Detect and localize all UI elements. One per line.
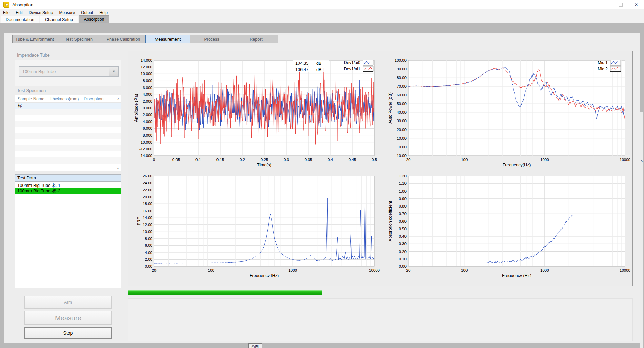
svg-text:0.80: 0.80 [399,204,407,208]
svg-text:10.00: 10.00 [143,230,152,234]
tab-documentation[interactable]: Documentation [1,16,39,23]
subtab-phase-calibration[interactable]: Phase Calibration [101,35,146,43]
svg-text:0.70: 0.70 [399,212,407,216]
svg-text:0.50: 0.50 [399,227,407,231]
scroll-up-icon[interactable]: ˄ [116,97,121,101]
svg-text:Mic 1: Mic 1 [598,60,608,65]
specimen-row[interactable]: 棉 [15,103,121,109]
svg-text:100: 100 [208,268,214,273]
svg-text:-12.000: -12.000 [139,147,152,151]
svg-text:0.25: 0.25 [261,158,268,162]
test-data-list[interactable]: 100mm Big Tube-棉-1100mm Big Tube-棉-2 [15,181,121,288]
cell-sample_name: 棉 [15,103,50,109]
svg-text:90.00: 90.00 [397,67,407,71]
svg-text:Time(s): Time(s) [257,162,271,167]
menu-file[interactable]: File [0,9,13,16]
column-header-sample-name: Sample Name [15,96,50,101]
menu-edit[interactable]: Edit [13,9,26,16]
svg-text:0.60: 0.60 [399,219,407,223]
svg-text:104.35: 104.35 [295,61,308,66]
svg-text:22.00: 22.00 [143,188,152,192]
svg-text:1.10: 1.10 [399,181,407,186]
measure-button[interactable]: Measure [24,311,112,325]
specimen-row-empty [15,157,121,164]
svg-text:100: 100 [461,268,468,273]
subtab-report[interactable]: Report [234,35,278,43]
message-area [128,298,633,341]
time-waveform-chart: 14.00012.00010.0008.0006.0004.0002.0000.… [132,56,383,168]
svg-text:-2.000: -2.000 [141,113,152,117]
test-data-item[interactable]: 100mm Big Tube-棉-1 [15,183,121,188]
subtab-process[interactable]: Process [190,35,234,43]
svg-text:Amplitude (Pa): Amplitude (Pa) [134,94,139,122]
scroll-down-icon[interactable]: ˅ [116,167,120,170]
menubar: FileEditDevice SetupMeasureOutputHelp [0,9,644,16]
svg-text:6.000: 6.000 [143,86,152,90]
window-controls: ✕ [597,0,644,9]
svg-text:0.05: 0.05 [172,158,180,162]
stop-button[interactable]: Stop [24,327,112,339]
svg-text:70.00: 70.00 [397,84,407,88]
tab-channel-setup[interactable]: Channel Setup [40,16,78,23]
svg-text:50.00: 50.00 [397,102,407,106]
minimize-button[interactable] [597,0,613,9]
svg-text:0.30: 0.30 [399,242,407,246]
svg-text:1.00: 1.00 [399,189,407,193]
svg-text:12.00: 12.00 [143,223,152,227]
svg-text:-6.000: -6.000 [141,126,152,130]
svg-text:8.000: 8.000 [143,79,152,83]
svg-text:1000: 1000 [540,268,549,273]
svg-text:16.00: 16.00 [143,209,152,213]
svg-text:20.00: 20.00 [397,128,407,132]
svg-text:Auto Power (dB): Auto Power (dB) [388,92,393,124]
auto-power-chart: 100.0090.0080.0070.0060.0050.0040.0030.0… [386,56,631,168]
svg-text:100: 100 [461,158,468,162]
chevron-down-icon[interactable]: ▼ [109,67,118,76]
test-specimen-table[interactable]: Sample NameThickness(mm)Discription˄ 棉˅ [15,95,121,171]
menu-output[interactable]: Output [78,9,96,16]
maximize-button[interactable] [613,0,628,9]
svg-text:-14.000: -14.000 [139,154,152,158]
specimen-table-header: Sample NameThickness(mm)Discription˄ [15,95,121,103]
svg-text:20: 20 [406,158,411,162]
svg-text:10000: 10000 [369,268,380,273]
svg-text:0.10: 0.10 [399,257,407,261]
svg-text:0: 0 [153,158,155,162]
subtab-tube-environment[interactable]: Tube & Environment [13,35,57,43]
svg-text:-4.000: -4.000 [141,119,152,124]
panel-collapse-handle[interactable]: < [640,112,643,348]
close-button[interactable]: ✕ [628,0,644,9]
svg-text:20: 20 [406,268,411,273]
svg-text:0.45: 0.45 [349,158,356,162]
svg-text:10000: 10000 [620,268,630,273]
svg-text:10000: 10000 [620,158,630,162]
arm-button[interactable]: Arm [24,296,112,309]
svg-text:Absorption coefficient: Absorption coefficient [388,201,393,241]
tab-absorption[interactable]: Absorption [79,15,109,23]
subtab-test-specimen[interactable]: Test Specimen [57,35,101,43]
svg-text:1.20: 1.20 [399,174,407,178]
svg-text:40.00: 40.00 [397,110,407,114]
svg-text:0.90: 0.90 [399,197,407,201]
specimen-row-empty [15,109,121,115]
chevron-left-icon: < [640,159,643,163]
svg-text:20.00: 20.00 [143,195,152,199]
frf-chart: 26.0024.0022.0020.0018.0016.0014.0012.00… [132,171,383,277]
impedance-tube-dropdown[interactable]: 100mm Big Tube ▼ [19,66,119,77]
svg-text:0.35: 0.35 [305,158,312,162]
test-data-header: Test Data [15,174,121,181]
menu-help[interactable]: Help [96,9,111,16]
menu-measure[interactable]: Measure [56,9,78,16]
specimen-row-empty [15,164,121,170]
test-data-item[interactable]: 100mm Big Tube-棉-2 [15,188,121,194]
svg-text:0.15: 0.15 [216,158,224,162]
main-tab-strip: DocumentationChannel SetupAbsorption [0,16,644,23]
svg-text:0.1: 0.1 [195,158,201,162]
svg-text:dB: dB [316,61,321,66]
bottom-tab[interactable]: 画图 [248,343,262,348]
svg-text:4.000: 4.000 [143,92,152,96]
menu-device-setup[interactable]: Device Setup [26,9,56,16]
svg-text:10.00: 10.00 [397,136,407,140]
sub-tab-strip: Tube & EnvironmentTest SpecimenPhase Cal… [12,35,278,43]
subtab-measurement[interactable]: Measurement [145,35,190,43]
